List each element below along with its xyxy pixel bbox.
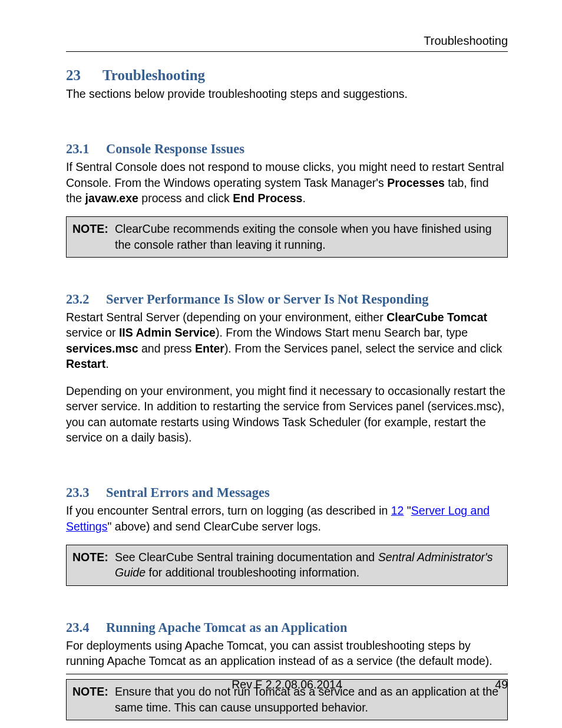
note-label: NOTE: — [72, 221, 115, 252]
section-23-1-paragraph: If Sentral Console does not respond to m… — [66, 159, 508, 206]
note-label: NOTE: — [72, 549, 115, 581]
section-23-2-paragraph-1: Restart Sentral Server (depending on you… — [66, 309, 508, 371]
heading-title: Running Apache Tomcat as an Application — [106, 620, 348, 635]
note-text: ClearCube recommends exiting the console… — [115, 221, 501, 252]
section-23-2-paragraph-2: Depending on your environment, you might… — [66, 383, 508, 445]
heading-title: Sentral Errors and Messages — [106, 485, 270, 500]
footer-revision: Rev F 2.2.08.06.2014 — [66, 678, 508, 691]
note-text: See ClearCube Sentral training documenta… — [115, 549, 501, 581]
footer-rule — [66, 674, 508, 674]
link-section-12[interactable]: 12 — [391, 504, 404, 517]
heading-number: 23.1 — [66, 141, 106, 157]
heading-number: 23.2 — [66, 292, 106, 307]
intro-paragraph: The sections below provide troubleshooti… — [66, 86, 508, 101]
section-23-4-paragraph: For deployments using Apache Tomcat, you… — [66, 638, 508, 669]
note-box-23-3: NOTE: See ClearCube Sentral training doc… — [66, 545, 508, 586]
page-footer: Rev F 2.2.08.06.2014 49 — [66, 674, 508, 691]
header-rule — [66, 51, 508, 52]
heading-23-4: 23.4Running Apache Tomcat as an Applicat… — [66, 620, 508, 635]
heading-1-title: Troubleshooting — [103, 67, 205, 83]
heading-23-2: 23.2Server Performance Is Slow or Server… — [66, 292, 508, 307]
heading-1: 23Troubleshooting — [66, 67, 508, 84]
section-23-3-paragraph: If you encounter Sentral errors, turn on… — [66, 503, 508, 534]
heading-title: Console Response Issues — [106, 141, 244, 156]
heading-23-3: 23.3Sentral Errors and Messages — [66, 485, 508, 500]
header-section-label: Troubleshooting — [66, 34, 508, 48]
heading-23-1: 23.1Console Response Issues — [66, 141, 508, 157]
note-box-23-1: NOTE: ClearCube recommends exiting the c… — [66, 216, 508, 258]
heading-number: 23.3 — [66, 485, 106, 500]
heading-number: 23.4 — [66, 620, 106, 635]
heading-title: Server Performance Is Slow or Server Is … — [106, 292, 428, 307]
heading-1-number: 23 — [66, 67, 103, 84]
